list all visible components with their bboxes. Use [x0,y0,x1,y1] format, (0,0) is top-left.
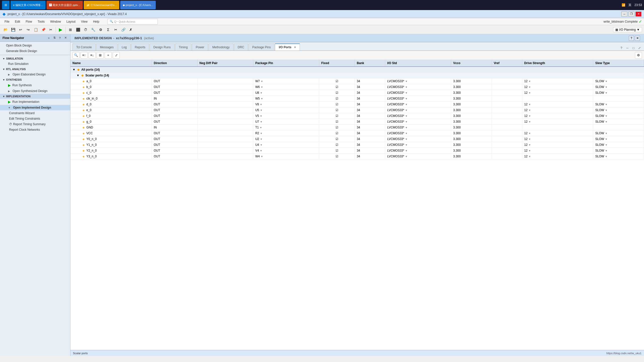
cell-pin[interactable]: W7 ▼ [253,78,319,84]
cell-drive[interactable]: 12 ▼ [522,136,593,142]
cell-iostd[interactable]: LVCMOS33* ▼ [385,136,451,142]
cut-button[interactable]: ✂ [47,26,54,33]
tab-package-pins[interactable]: Package Pins [249,43,274,51]
cell-drive[interactable]: 12 ▼ [522,148,593,154]
cell-drive[interactable]: 12 ▼ [522,102,593,107]
cell-iostd[interactable]: LVCMOS33* ▼ [385,130,451,136]
cell-iostd[interactable]: LVCMOS33* ▼ [385,142,451,148]
program-button[interactable]: ⊞ [67,26,74,33]
nav-open-elab[interactable]: ▶ Open Elaborated Design [0,72,70,77]
table-row[interactable]: ◈ b_0 OUT W6 ▼ ☑ 34 LVCMOS33* ▼ 3.300 12… [70,84,644,90]
cell-slew[interactable]: SLOW ▼ [593,136,644,142]
search-ports-btn[interactable]: 🔍 [72,52,79,59]
table-row[interactable]: ◈ Y3_n_0 OUT W4 ▼ ☑ 34 LVCMOS33* ▼ 3.300… [70,154,644,159]
cell-pin[interactable]: W6 ▼ [253,84,319,90]
tab-messages[interactable]: Messages [96,43,117,51]
cell-drive[interactable]: 12 ▼ [522,84,593,90]
tab-tcl-console[interactable]: Tcl Console [72,43,96,51]
nav-open-block[interactable]: Open Block Design [0,43,70,48]
io-ports-table-container[interactable]: Name Direction Neg Diff Pair Package Pin… [70,60,644,350]
undo-button[interactable]: ↩ [17,26,24,33]
cell-slew[interactable]: SLOW ▼ [593,119,644,125]
minimize-button[interactable]: ─ [621,12,627,17]
table-row[interactable]: ◈ d_0 OUT V8 ▼ ☑ 34 LVCMOS33* ▼ 3.300 12… [70,102,644,107]
cell-pin[interactable]: W4 ▼ [253,154,319,159]
tab-timing[interactable]: Timing [175,43,192,51]
table-row[interactable]: ◈ clk_in_0 IN W5 ▼ ☑ 34 LVCMOS33* ▼ 3.30… [70,96,644,102]
menu-help[interactable]: Help [91,19,102,24]
table-row[interactable]: ◈ f_0 OUT V5 ▼ ☑ 34 LVCMOS33* ▼ 3.300 12… [70,113,644,119]
cell-pin[interactable]: V8 ▼ [253,102,319,107]
tab-expand-btn[interactable]: ⤢ [637,46,642,51]
flash-button[interactable]: ⬛ [74,26,82,33]
sigma-button[interactable]: Σ [105,26,112,33]
cell-slew[interactable]: SLOW ▼ [593,78,644,84]
table-row[interactable]: ◈ Y0_n_0 OUT U2 ▼ ☑ 34 LVCMOS33* ▼ 3.300… [70,136,644,142]
cell-pin[interactable]: U8 ▼ [253,90,319,96]
table-row[interactable]: ◈ a_0 OUT W7 ▼ ☑ 34 LVCMOS33* ▼ 3.300 12… [70,78,644,84]
flow-nav-expand[interactable]: ⇅ [52,36,57,40]
settings-button[interactable]: ⚙ [97,26,104,33]
fit-btn[interactable]: ⊞ [97,52,104,59]
table-group-row[interactable]: ▼ ◈ All ports (14) [70,67,644,73]
tab-min-btn[interactable]: ─ [625,46,630,51]
design-close-btn[interactable]: ✕ [635,36,640,41]
nav-open-synth[interactable]: ▶ Open Synthesized Design [0,88,70,94]
open-button[interactable]: 📂 [2,26,9,33]
cell-slew[interactable]: SLOW ▼ [593,107,644,113]
io-ports-close[interactable]: ✕ [294,46,296,49]
clock-button[interactable]: ⏱ [82,26,89,33]
cell-iostd[interactable]: LVCMOS33* ▼ [385,90,451,96]
cell-slew[interactable]: SLOW ▼ [593,113,644,119]
cell-drive[interactable]: 12 ▼ [522,154,593,159]
cell-iostd[interactable]: LVCMOS33* ▼ [385,119,451,125]
cell-drive[interactable]: 12 ▼ [522,142,593,148]
cut2-button[interactable]: ✂ [112,26,119,33]
cell-pin[interactable]: U7 ▼ [253,119,319,125]
tab-drc[interactable]: DRC [234,43,248,51]
cell-slew[interactable] [593,125,644,130]
cell-slew[interactable]: SLOW ▼ [593,90,644,96]
cell-slew[interactable]: SLOW ▼ [593,154,644,159]
tab-help-btn[interactable]: ? [619,46,624,51]
cell-pin[interactable]: R2 ▼ [253,130,319,136]
cell-iostd[interactable]: LVCMOS33* ▼ [385,125,451,130]
ports-gear-btn[interactable]: ⚙ [635,52,642,59]
expand-all-btn[interactable]: ≡↓ [89,52,96,59]
table-subgroup-row[interactable]: ▼ ◈ Scalar ports (14) [70,73,644,78]
nav-generate-block[interactable]: Generate Block Design [0,48,70,54]
nav-run-synth[interactable]: ▶ Run Synthesis [0,82,70,88]
cell-iostd[interactable]: LVCMOS33* ▼ [385,102,451,107]
flow-nav-close[interactable]: ✕ [63,36,68,40]
table-row[interactable]: ◈ VCC OUT R2 ▼ ☑ 34 LVCMOS33* ▼ 3.300 12… [70,130,644,136]
redo-button[interactable]: ↪ [25,26,32,33]
cell-slew[interactable] [593,96,644,102]
cell-iostd[interactable]: LVCMOS33* ▼ [385,96,451,102]
cell-iostd[interactable]: LVCMOS33* ▼ [385,113,451,119]
quick-access-input[interactable]: 🔍 Q~ Quick Access [107,19,158,24]
table-row[interactable]: ◈ g_0 OUT U7 ▼ ☑ 34 LVCMOS33* ▼ 3.300 12… [70,119,644,125]
table-row[interactable]: ◈ Y1_n_0 OUT U4 ▼ ☑ 34 LVCMOS33* ▼ 3.300… [70,142,644,148]
close-button[interactable]: ✕ [635,12,641,17]
menu-view[interactable]: View [78,19,90,24]
tab-power[interactable]: Power [192,43,208,51]
export-btn[interactable]: ⤤ [113,52,120,59]
ports-settings-btn[interactable]: ⚙ [635,52,642,59]
nav-run-sim[interactable]: Run Simulation [0,61,70,67]
copy-button[interactable]: 📋 [32,26,39,33]
nav-edit-timing[interactable]: Edit Timing Constraints [0,116,70,121]
layout-selector[interactable]: ▦ I/O Planning ▼ [613,27,642,32]
menu-layout[interactable]: Layout [64,19,78,24]
taskbar-folder-btn[interactable]: 📁 C:\Users\wukan\Do... [84,1,119,9]
cell-pin[interactable]: U4 ▼ [253,142,319,148]
link-button[interactable]: 🔗 [120,26,127,33]
cell-slew[interactable]: SLOW ▼ [593,148,644,154]
menu-flow[interactable]: Flow [23,19,34,24]
nav-report-timing[interactable]: ⏱ Report Timing Summary [0,121,70,127]
flow-nav-collapse[interactable]: ≡ [47,36,51,40]
menu-file[interactable]: File [2,19,12,24]
cell-drive[interactable] [522,96,593,102]
tab-restore-btn[interactable]: □ [631,46,636,51]
cell-slew[interactable]: SLOW ▼ [593,84,644,90]
cell-drive[interactable]: 12 ▼ [522,90,593,96]
